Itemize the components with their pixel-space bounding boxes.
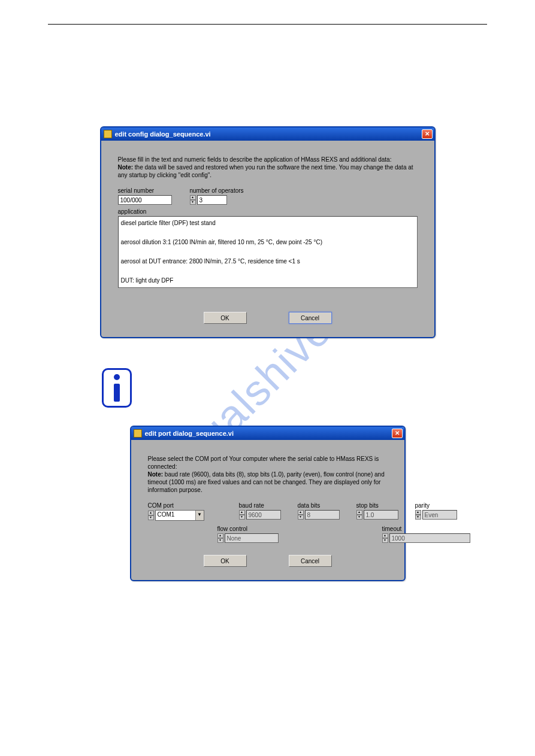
data-bits-input bbox=[305, 510, 340, 520]
note-text: the data will be saved and restored when… bbox=[118, 164, 413, 178]
instruction-line1: Please select the COM port of Your compu… bbox=[148, 456, 379, 470]
serial-number-label: serial number bbox=[118, 187, 172, 194]
parity-spinner: ▲▼ bbox=[415, 510, 421, 520]
note-label: Note: bbox=[118, 164, 134, 171]
document-page: manualshive.com edit config dialog_seque… bbox=[0, 0, 535, 756]
stop-bits-label: stop bits bbox=[356, 502, 398, 509]
edit-port-dialog: edit port dialog_sequence.vi ✕ Please se… bbox=[130, 426, 406, 581]
chevron-down-icon[interactable]: ▼ bbox=[195, 511, 204, 520]
com-port-value: COM1 bbox=[156, 511, 195, 520]
timeout-spinner: ▲▼ bbox=[382, 533, 388, 543]
stop-bits-input bbox=[364, 510, 398, 520]
application-label: application bbox=[118, 208, 418, 215]
dialog-body: Please fill in the text and numeric fiel… bbox=[101, 141, 434, 337]
flow-control-label: flow control bbox=[217, 526, 279, 532]
labview-icon bbox=[104, 130, 112, 138]
dialog-body: Please select the COM port of Your compu… bbox=[131, 440, 404, 580]
instruction-text: Please select the COM port of Your compu… bbox=[148, 455, 388, 494]
edit-config-dialog: edit config dialog_sequence.vi ✕ Please … bbox=[100, 126, 436, 338]
com-port-dropdown[interactable]: COM1 ▼ bbox=[155, 510, 204, 521]
dialog-titlebar: edit config dialog_sequence.vi ✕ bbox=[101, 127, 434, 141]
dialog-title: edit config dialog_sequence.vi bbox=[115, 130, 422, 138]
baud-spinner: ▲▼ bbox=[239, 510, 245, 520]
flow-spinner: ▲▼ bbox=[217, 533, 223, 543]
ok-button[interactable]: OK bbox=[204, 312, 247, 324]
number-of-operators-input[interactable] bbox=[197, 195, 227, 205]
note-label: Note: bbox=[148, 471, 164, 478]
instruction-text: Please fill in the text and numeric fiel… bbox=[118, 156, 418, 179]
parity-label: parity bbox=[415, 502, 457, 509]
application-textarea[interactable] bbox=[118, 216, 418, 288]
spinner-down-icon[interactable]: ▼ bbox=[190, 200, 196, 205]
page-top-rule bbox=[48, 24, 487, 25]
com-port-spinner[interactable]: ▲ ▼ bbox=[148, 511, 154, 520]
dialog-title: edit port dialog_sequence.vi bbox=[145, 430, 392, 437]
databits-spinner: ▲▼ bbox=[298, 510, 304, 520]
dialog-titlebar: edit port dialog_sequence.vi ✕ bbox=[131, 427, 404, 440]
spinner-up-icon[interactable]: ▲ bbox=[148, 511, 154, 515]
spinner-up-icon[interactable]: ▲ bbox=[190, 195, 196, 200]
spinner-down-icon[interactable]: ▼ bbox=[148, 515, 154, 520]
data-bits-label: data bits bbox=[298, 502, 340, 509]
com-port-label: COM port bbox=[148, 502, 204, 509]
information-icon bbox=[102, 368, 132, 408]
close-icon[interactable]: ✕ bbox=[422, 129, 433, 139]
cancel-button[interactable]: Cancel bbox=[289, 312, 332, 324]
timeout-input bbox=[389, 533, 470, 543]
stopbits-spinner: ▲▼ bbox=[356, 510, 362, 520]
timeout-label: timeout bbox=[382, 526, 470, 532]
cancel-button[interactable]: Cancel bbox=[289, 555, 332, 567]
operators-spinner[interactable]: ▲ ▼ bbox=[190, 195, 196, 205]
baud-rate-label: baud rate bbox=[239, 502, 281, 509]
baud-rate-input bbox=[246, 510, 281, 520]
serial-number-input[interactable] bbox=[118, 195, 172, 205]
close-icon[interactable]: ✕ bbox=[392, 429, 403, 438]
flow-control-input bbox=[225, 533, 279, 543]
instruction-line1: Please fill in the text and numeric fiel… bbox=[118, 156, 392, 163]
note-text: baud rate (9600), data bits (8), stop bi… bbox=[148, 471, 385, 493]
parity-input bbox=[422, 510, 457, 520]
ok-button[interactable]: OK bbox=[204, 555, 247, 567]
number-of-operators-label: number of operators bbox=[190, 187, 244, 194]
labview-icon bbox=[134, 429, 142, 438]
